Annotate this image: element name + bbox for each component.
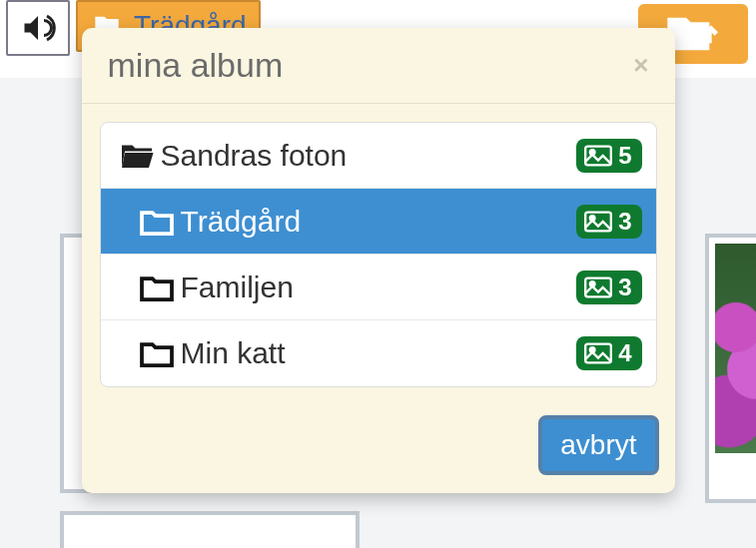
album-row-familjen[interactable]: Familjen 3 <box>101 255 656 320</box>
modal-header: mina album × <box>82 28 675 104</box>
close-icon[interactable]: × <box>633 50 648 81</box>
photo-count: 3 <box>618 208 631 236</box>
modal-title: mina album <box>108 46 284 85</box>
image-icon <box>584 342 612 364</box>
album-row-tradgard[interactable]: Trädgård 3 <box>101 189 656 255</box>
svg-rect-2 <box>585 212 611 231</box>
photo-count-badge: 3 <box>576 205 641 239</box>
folder-open-icon <box>117 141 161 171</box>
modal-body: Sandras foton 5 <box>82 104 675 403</box>
photo-count: 4 <box>618 339 631 367</box>
cancel-button[interactable]: avbryt <box>538 415 658 475</box>
album-row-sandras-foton[interactable]: Sandras foton 5 <box>101 123 656 189</box>
photo-count-badge: 4 <box>576 336 641 370</box>
svg-rect-6 <box>585 344 611 363</box>
folder-icon <box>137 338 181 368</box>
album-list: Sandras foton 5 <box>100 122 657 387</box>
album-picker-modal: mina album × Sandras foton <box>82 28 675 493</box>
svg-rect-4 <box>585 277 611 296</box>
album-label: Trädgård <box>181 205 577 239</box>
folder-icon <box>137 273 181 302</box>
svg-rect-0 <box>585 146 611 165</box>
modal-footer: avbryt <box>82 403 675 493</box>
image-icon <box>584 276 612 298</box>
photo-count: 5 <box>618 142 631 170</box>
album-row-min-katt[interactable]: Min katt 4 <box>101 320 656 386</box>
photo-count: 3 <box>618 274 631 301</box>
photo-count-badge: 3 <box>576 271 641 304</box>
image-icon <box>584 211 612 233</box>
album-label: Sandras foton <box>161 139 577 173</box>
image-icon <box>584 145 612 167</box>
folder-icon <box>137 207 181 237</box>
album-label: Min katt <box>181 336 577 370</box>
album-label: Familjen <box>181 271 577 304</box>
modal-backdrop: mina album × Sandras foton <box>0 0 756 548</box>
photo-count-badge: 5 <box>576 139 641 173</box>
